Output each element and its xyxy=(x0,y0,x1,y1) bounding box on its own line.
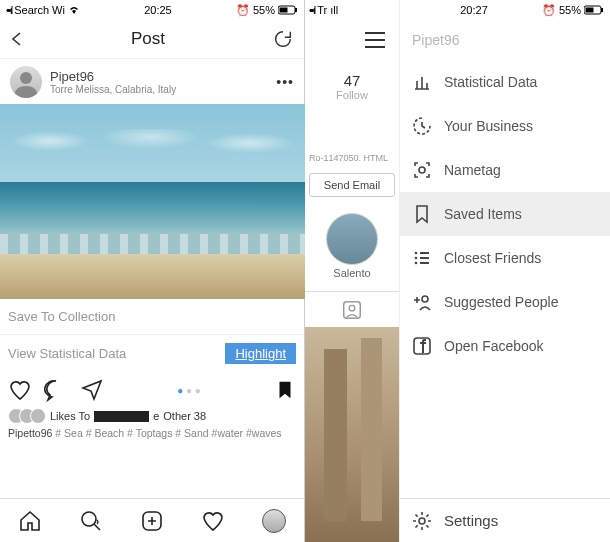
bottom-nav xyxy=(0,498,304,542)
svg-rect-1 xyxy=(295,8,297,12)
post-actions: ● ● ● xyxy=(0,372,304,408)
clock-text: 20:25 xyxy=(144,4,172,16)
signal-icon: ••ıl xyxy=(309,4,314,16)
view-stats-button[interactable]: View Statistical Data xyxy=(8,346,126,361)
follow-label: Follow xyxy=(305,89,399,101)
menu-suggested-label: Suggested People xyxy=(444,294,558,310)
svg-point-4 xyxy=(82,512,96,526)
alarm-icon: ⏰ xyxy=(542,4,556,17)
redacted-name xyxy=(94,411,149,422)
caption-user[interactable]: Pipetto96 xyxy=(8,427,52,439)
menu-stats[interactable]: Statistical Data xyxy=(400,60,610,104)
menu-suggested[interactable]: Suggested People xyxy=(400,280,610,324)
location[interactable]: Torre Melissa, Calabria, Italy xyxy=(50,84,176,95)
menu-nametag-label: Nametag xyxy=(444,162,501,178)
likes-row[interactable]: Likes To e Other 38 xyxy=(0,408,304,424)
signal-icon2: ıll xyxy=(330,4,338,16)
story-highlight[interactable] xyxy=(326,213,378,265)
battery-text: 55% xyxy=(253,4,275,16)
status-bar-strip: ••ıl Tr ıll xyxy=(305,0,399,20)
svg-rect-9 xyxy=(601,8,603,12)
ro-file-text: Ro-1147050. HTML xyxy=(305,151,399,165)
facebook-icon xyxy=(412,336,432,356)
hamburger-icon[interactable] xyxy=(365,32,385,48)
follow-stats[interactable]: 47 Follow xyxy=(305,60,399,101)
more-button[interactable]: ••• xyxy=(276,74,294,90)
search-icon[interactable] xyxy=(79,509,103,533)
bar-chart-icon xyxy=(412,72,432,92)
settings-label: Settings xyxy=(444,512,498,529)
menu-saved-label: Saved Items xyxy=(444,206,522,222)
menu-nametag[interactable]: Nametag xyxy=(400,148,610,192)
follow-count: 47 xyxy=(305,72,399,89)
svg-rect-6 xyxy=(344,301,361,318)
side-menu: 20:27 ⏰ 55% Pipet96 Statistical Data You… xyxy=(400,0,610,542)
menu-facebook-label: Open Facebook xyxy=(444,338,544,354)
settings-button[interactable]: Settings xyxy=(400,498,610,542)
svg-point-13 xyxy=(415,257,418,260)
svg-rect-10 xyxy=(586,8,594,13)
post-header: Pipet96 Torre Melissa, Calabria, Italy •… xyxy=(0,58,304,104)
svg-point-15 xyxy=(422,296,428,302)
menu-closest[interactable]: Closest Friends xyxy=(400,236,610,280)
avatar[interactable] xyxy=(10,66,42,98)
menu-business-label: Your Business xyxy=(444,118,533,134)
bookmark-icon[interactable] xyxy=(274,379,296,401)
svg-rect-2 xyxy=(279,8,287,13)
titlebar: Post xyxy=(0,20,304,58)
svg-point-11 xyxy=(419,167,425,173)
menu-stats-label: Statistical Data xyxy=(444,74,537,90)
likes-others: Other 38 xyxy=(163,410,206,422)
list-icon xyxy=(412,248,432,268)
carrier-text: Search Wi xyxy=(14,4,65,16)
activity-icon[interactable] xyxy=(201,509,225,533)
grid-thumbnail[interactable] xyxy=(305,327,399,542)
gear-icon xyxy=(412,511,432,531)
alarm-icon: ⏰ xyxy=(236,4,250,17)
svg-point-17 xyxy=(419,518,425,524)
scan-icon xyxy=(412,160,432,180)
svg-point-12 xyxy=(415,252,418,255)
add-post-icon[interactable] xyxy=(140,509,164,533)
like-icon[interactable] xyxy=(8,378,32,402)
wifi-icon xyxy=(68,5,80,15)
likes-prefix: Likes To xyxy=(50,410,90,422)
svg-point-14 xyxy=(415,262,418,265)
tagged-tab[interactable] xyxy=(305,291,399,327)
share-icon[interactable] xyxy=(80,378,104,402)
send-email-button[interactable]: Send Email xyxy=(309,173,395,197)
menu-business[interactable]: Your Business xyxy=(400,104,610,148)
save-collection-button[interactable]: Save To Collection xyxy=(0,299,304,335)
caption-tags[interactable]: # Sea # Beach # Toptags # Sand #water #w… xyxy=(55,427,281,439)
menu-facebook[interactable]: Open Facebook xyxy=(400,324,610,368)
left-screen: ••ıl Search Wi 20:25 ⏰ 55% Post xyxy=(0,0,305,542)
menu-closest-label: Closest Friends xyxy=(444,250,541,266)
caption: Pipetto96 # Sea # Beach # Toptags # Sand… xyxy=(0,424,304,439)
bookmark-icon xyxy=(412,204,432,224)
home-icon[interactable] xyxy=(18,509,42,533)
svg-point-7 xyxy=(349,305,355,311)
menu-username: Pipet96 xyxy=(400,20,610,60)
carrier-text: Tr xyxy=(317,4,327,16)
menu-saved[interactable]: Saved Items xyxy=(400,192,610,236)
status-bar: ••ıl Search Wi 20:25 ⏰ 55% xyxy=(0,0,304,20)
username[interactable]: Pipet96 xyxy=(50,69,176,84)
liker-avatars xyxy=(8,408,46,424)
battery-icon xyxy=(584,5,604,15)
svg-point-3 xyxy=(20,72,32,84)
profile-avatar-icon[interactable] xyxy=(262,509,286,533)
status-bar-right: 20:27 ⏰ 55% xyxy=(400,0,610,20)
right-screen: ••ıl Tr ıll 47 Follow Ro-1147050. HTML S… xyxy=(305,0,610,542)
back-button[interactable] xyxy=(10,32,24,46)
highlight-button[interactable]: Highlight xyxy=(225,343,296,364)
carousel-dots: ● ● ● xyxy=(116,385,262,396)
battery-icon xyxy=(278,5,298,15)
story-label: Salento xyxy=(305,267,399,279)
battery-text: 55% xyxy=(559,4,581,16)
add-person-icon xyxy=(412,292,432,312)
comment-icon[interactable] xyxy=(44,378,68,402)
signal-icon: ••ıl xyxy=(6,4,11,16)
post-media[interactable] xyxy=(0,104,305,299)
page-title: Post xyxy=(131,29,165,49)
redo-button[interactable] xyxy=(272,28,294,50)
